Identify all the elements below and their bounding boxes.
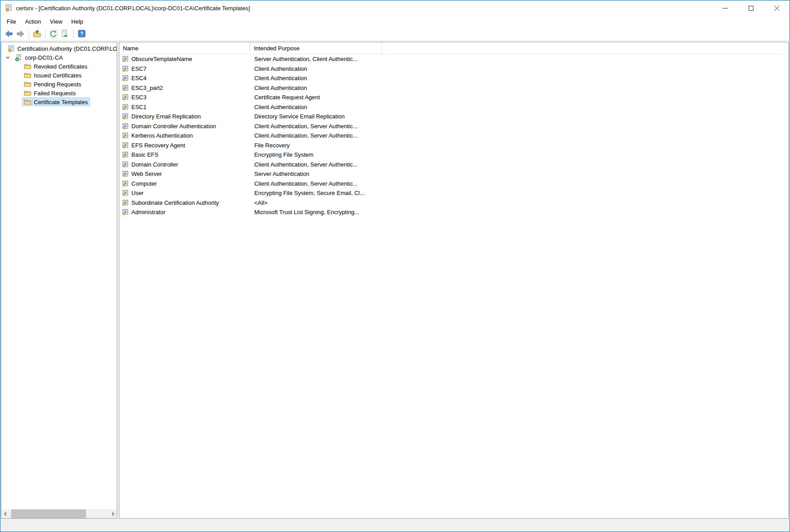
template-row[interactable]: Kerberos AuthenticationClient Authentica… bbox=[119, 131, 788, 141]
certificate-template-icon bbox=[122, 94, 129, 101]
template-row[interactable]: ObscureTemplateNameServer Authentication… bbox=[119, 54, 788, 64]
folder-icon bbox=[24, 81, 31, 87]
template-row[interactable]: UserEncrypting File System, Secure Email… bbox=[119, 188, 788, 198]
template-intended-purpose: Server Authentication bbox=[250, 171, 788, 177]
export-list-button[interactable] bbox=[59, 28, 71, 39]
scroll-left-button[interactable] bbox=[1, 509, 9, 518]
certificate-template-icon bbox=[122, 209, 129, 215]
close-button[interactable] bbox=[764, 0, 790, 16]
template-name: ESC4 bbox=[131, 75, 147, 81]
toolbar: ? bbox=[0, 27, 790, 41]
tree-item-label: Certificate Templates bbox=[34, 99, 88, 106]
folder-icon bbox=[24, 99, 31, 105]
folder-icon bbox=[24, 90, 31, 96]
template-intended-purpose: Client Authentication bbox=[250, 85, 788, 91]
template-name: Domain Controller Authentication bbox=[131, 123, 216, 130]
template-name: Subordinate Certification Authority bbox=[131, 199, 219, 206]
template-name: EFS Recovery Agent bbox=[131, 142, 185, 149]
template-row[interactable]: ESC3_part2Client Authentication bbox=[119, 83, 788, 93]
template-row[interactable]: Domain Controller AuthenticationClient A… bbox=[119, 122, 788, 131]
template-intended-purpose: Server Authentication, Client Authentic.… bbox=[250, 56, 788, 62]
scroll-right-button[interactable] bbox=[109, 509, 117, 518]
certificate-template-icon bbox=[122, 75, 129, 81]
template-row[interactable]: Web ServerServer Authentication bbox=[119, 169, 788, 179]
template-row[interactable]: AdministratorMicrosoft Trust List Signin… bbox=[119, 207, 788, 217]
column-header-intended-purpose[interactable]: Intended Purpose bbox=[250, 42, 382, 54]
template-intended-purpose: Client Authentication bbox=[250, 104, 788, 110]
template-row[interactable]: EFS Recovery AgentFile Recovery bbox=[119, 141, 788, 150]
tree-item-label: Pending Requests bbox=[34, 81, 81, 88]
menu-action[interactable]: Action bbox=[20, 17, 45, 26]
tree-item-corp-dc01-ca[interactable]: corp-DC01-CA bbox=[1, 53, 117, 62]
tree-horizontal-scrollbar[interactable] bbox=[1, 509, 117, 518]
template-name: ESC3 bbox=[131, 94, 147, 101]
template-row[interactable]: ESC1Client Authentication bbox=[119, 102, 788, 112]
tree-item-certificate-templates[interactable]: Certificate Templates bbox=[1, 97, 117, 106]
tree-item-issued-certificates[interactable]: Issued Certificates bbox=[1, 71, 117, 80]
forward-button[interactable] bbox=[15, 28, 26, 39]
maximize-button[interactable] bbox=[738, 0, 764, 16]
scrollbar-track[interactable] bbox=[9, 509, 109, 518]
template-name: Domain Controller bbox=[131, 161, 178, 168]
template-intended-purpose: Encrypting File System, Secure Email, Cl… bbox=[250, 190, 788, 196]
template-name: Web Server bbox=[131, 171, 162, 177]
template-name: ESC7 bbox=[131, 65, 147, 72]
svg-text:?: ? bbox=[80, 31, 83, 37]
forward-icon bbox=[16, 29, 25, 38]
template-name: Directory Email Replication bbox=[131, 113, 201, 120]
menu-bar: File Action View Help bbox=[0, 16, 790, 27]
toolbar-separator bbox=[29, 29, 29, 38]
menu-view[interactable]: View bbox=[45, 17, 67, 26]
template-intended-purpose: Directory Service Email Replication bbox=[250, 113, 788, 120]
refresh-button[interactable] bbox=[48, 28, 59, 39]
certificate-template-icon bbox=[122, 65, 129, 72]
template-name: Basic EFS bbox=[131, 151, 159, 158]
selected-tree-node[interactable]: Certificate Templates bbox=[22, 97, 90, 107]
template-row[interactable]: ESC4Client Authentication bbox=[119, 73, 788, 83]
tree-item-certification-authority[interactable]: Certification Authority (DC01.CORP.LOCAL… bbox=[1, 44, 117, 53]
tree-item-pending-requests[interactable]: Pending Requests bbox=[1, 80, 117, 89]
template-intended-purpose: Client Authentication, Server Authentic.… bbox=[250, 132, 788, 139]
ca-server-icon bbox=[15, 54, 22, 61]
template-intended-purpose: Certificate Request Agent bbox=[250, 94, 788, 101]
menu-help[interactable]: Help bbox=[67, 17, 88, 26]
menu-file[interactable]: File bbox=[2, 17, 20, 26]
template-row[interactable]: Basic EFSEncrypting File System bbox=[119, 150, 788, 160]
template-name: Administrator bbox=[131, 209, 166, 215]
template-row[interactable]: ESC7Client Authentication bbox=[119, 64, 788, 74]
up-one-level-icon bbox=[33, 29, 41, 38]
template-name: User bbox=[131, 190, 143, 196]
column-header-name[interactable]: Name bbox=[119, 42, 250, 54]
template-row[interactable]: Subordinate Certification Authority<All> bbox=[119, 198, 788, 208]
template-name: ESC3_part2 bbox=[131, 85, 163, 91]
certificate-template-icon bbox=[122, 161, 129, 168]
help-icon: ? bbox=[77, 29, 86, 38]
tree-item-revoked-certificates[interactable]: Revoked Certificates bbox=[1, 62, 117, 71]
scrollbar-thumb[interactable] bbox=[11, 509, 86, 518]
certificate-template-icon bbox=[122, 56, 129, 62]
tree-item-label: corp-DC01-CA bbox=[25, 54, 63, 61]
template-row[interactable]: ComputerClient Authentication, Server Au… bbox=[119, 179, 788, 189]
back-button[interactable] bbox=[3, 28, 15, 39]
certificate-template-icon bbox=[122, 142, 129, 149]
certificate-template-icon bbox=[122, 199, 129, 206]
tree-item-label: Failed Requests bbox=[34, 90, 76, 97]
tree-item-failed-requests[interactable]: Failed Requests bbox=[1, 89, 117, 97]
certificate-template-icon bbox=[122, 85, 129, 91]
template-name: ESC1 bbox=[131, 104, 147, 110]
template-row[interactable]: ESC3Certificate Request Agent bbox=[119, 93, 788, 102]
chevron-down-icon[interactable] bbox=[5, 55, 11, 61]
template-name: ObscureTemplateName bbox=[131, 56, 192, 62]
certificate-template-icon bbox=[122, 113, 129, 120]
close-icon bbox=[774, 6, 779, 11]
console-tree-pane: Certification Authority (DC01.CORP.LOCAL… bbox=[1, 42, 117, 519]
help-button[interactable]: ? bbox=[76, 28, 87, 39]
up-one-level-button[interactable] bbox=[31, 28, 43, 39]
template-intended-purpose: Encrypting File System bbox=[250, 151, 788, 158]
console-tree: Certification Authority (DC01.CORP.LOCAL… bbox=[1, 42, 117, 106]
tree-item-label: Revoked Certificates bbox=[34, 63, 87, 70]
template-row[interactable]: Directory Email ReplicationDirectory Ser… bbox=[119, 112, 788, 122]
minimize-button[interactable] bbox=[712, 0, 738, 16]
template-row[interactable]: Domain ControllerClient Authentication, … bbox=[119, 160, 788, 170]
folder-icon bbox=[24, 63, 31, 69]
